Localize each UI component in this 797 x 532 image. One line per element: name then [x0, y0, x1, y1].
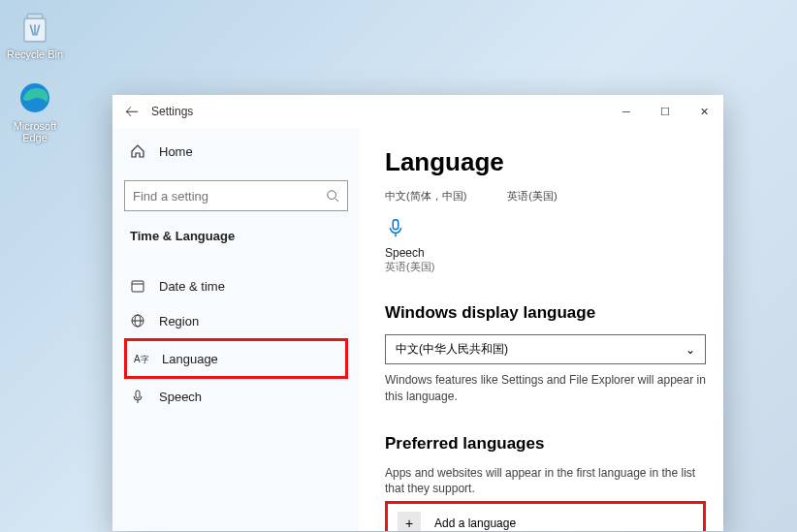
display-lang-desc: Windows features like Settings and File …: [385, 372, 706, 405]
nav-language[interactable]: A字 Language: [124, 338, 348, 379]
svg-rect-1: [27, 14, 43, 18]
section-header: Time & Language: [124, 229, 348, 243]
preferred-title: Preferred languages: [385, 434, 706, 454]
window-title: Settings: [151, 105, 193, 118]
svg-text:字: 字: [141, 355, 148, 364]
close-button[interactable]: ✕: [685, 95, 723, 128]
nav-home[interactable]: Home: [124, 136, 348, 167]
page-title: Language: [385, 147, 706, 177]
nav-language-label: Language: [162, 352, 218, 366]
add-language-label: Add a language: [434, 516, 516, 530]
nav-region[interactable]: Region: [124, 303, 348, 338]
recycle-bin-label: Recycle Bin: [7, 48, 63, 60]
plus-icon: +: [398, 512, 421, 531]
svg-rect-12: [136, 391, 140, 398]
back-button[interactable]: 🡠: [112, 104, 151, 119]
language-icon: A字: [133, 351, 148, 366]
nav-date-time[interactable]: Date & time: [124, 268, 348, 303]
chevron-down-icon: ⌄: [685, 343, 695, 357]
nav-speech-label: Speech: [159, 390, 202, 404]
nav-home-label: Home: [159, 144, 193, 159]
preferred-desc: Apps and websites will appear in the fir…: [385, 465, 706, 498]
calendar-icon: [130, 278, 145, 294]
svg-rect-13: [393, 220, 398, 230]
globe-icon: [130, 313, 145, 329]
speech-mic-icon: [385, 217, 406, 238]
recycle-bin[interactable]: Recycle Bin: [6, 6, 64, 60]
speech-value: 英语(美国): [385, 260, 706, 274]
language-tabs: 中文(简体，中国) 英语(美国): [385, 189, 706, 203]
search-box[interactable]: [124, 180, 348, 211]
nav-date-time-label: Date & time: [159, 279, 225, 294]
maximize-button[interactable]: ☐: [646, 95, 685, 128]
svg-point-3: [328, 191, 336, 200]
display-language-dropdown[interactable]: 中文(中华人民共和国) ⌄: [385, 334, 706, 364]
search-input[interactable]: [133, 189, 326, 203]
svg-line-4: [335, 199, 339, 203]
add-language-button[interactable]: + Add a language: [385, 501, 706, 531]
nav-speech[interactable]: Speech: [124, 379, 348, 414]
microsoft-edge[interactable]: Microsoft Edge: [6, 78, 64, 143]
search-icon: [326, 189, 339, 203]
home-icon: [130, 143, 145, 159]
display-lang-title: Windows display language: [385, 303, 706, 323]
display-language-selected: 中文(中华人民共和国): [396, 341, 508, 358]
settings-window: 🡠 Settings ─ ☐ ✕ Home Time & Language Da…: [112, 95, 723, 531]
minimize-button[interactable]: ─: [607, 95, 646, 128]
lang-tab-en[interactable]: 英语(美国): [507, 189, 557, 203]
nav-region-label: Region: [159, 314, 199, 329]
recycle-bin-icon: [15, 6, 55, 47]
mic-icon: [130, 389, 145, 404]
content-pane: Language 中文(简体，中国) 英语(美国) Speech 英语(美国) …: [360, 128, 723, 531]
svg-text:A: A: [134, 354, 141, 364]
lang-tab-cn[interactable]: 中文(简体，中国): [385, 189, 466, 203]
sidebar: Home Time & Language Date & time Region …: [112, 128, 360, 531]
titlebar: 🡠 Settings ─ ☐ ✕: [112, 95, 723, 128]
speech-tile[interactable]: Speech 英语(美国): [385, 217, 706, 274]
speech-title: Speech: [385, 246, 706, 260]
edge-icon: [15, 78, 55, 118]
edge-label: Microsoft Edge: [14, 120, 57, 143]
svg-rect-5: [132, 281, 143, 292]
